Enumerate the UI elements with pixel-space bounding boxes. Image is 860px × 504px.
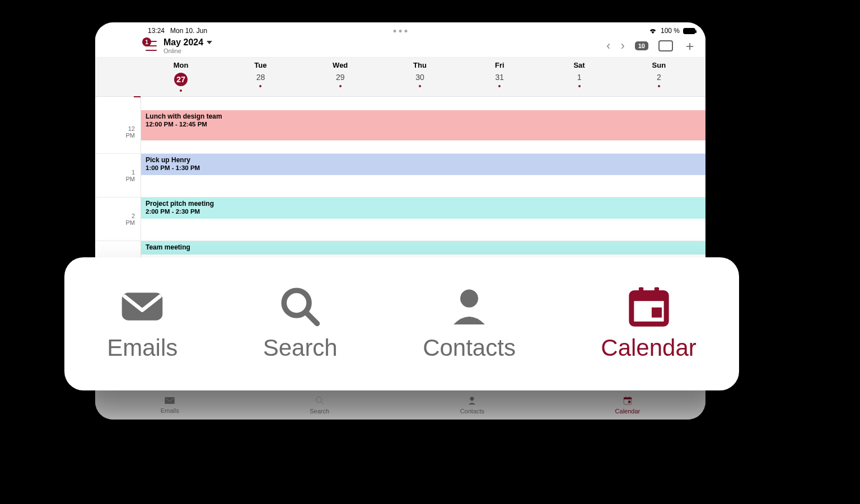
svg-rect-0 [165,397,175,404]
event-title: Lunch with design team [146,112,701,120]
tab-calendar[interactable]: Calendar [615,395,641,414]
calendar-icon [623,395,633,407]
menu-button[interactable]: 1 [146,41,159,51]
hour-gutter: 2PM [95,197,141,241]
multitask-dots-icon[interactable] [394,30,408,32]
big-tab-calendar[interactable]: Calendar [601,286,696,361]
event-time: 2:00 PM - 2:30 PM [146,208,701,215]
events-cell[interactable]: Lunch with design team12:00 PM - 12:45 P… [141,110,705,153]
tab-label: Calendar [615,408,641,414]
day-number: 2 [657,73,661,82]
day-number: 29 [336,73,345,82]
svg-rect-14 [631,293,666,301]
battery-icon [683,28,695,34]
day-number: 27 [174,73,188,86]
contacts-icon [467,395,477,407]
svg-rect-5 [624,397,632,399]
day-name: Mon [174,61,189,69]
search-icon [276,286,324,327]
app-header: 1 May 2024 Online ‹ › 10 ＋ [95,35,705,57]
big-tab-search[interactable]: Search [263,286,338,361]
calendar-event[interactable]: Team meeting [141,241,705,255]
svg-rect-6 [625,396,626,398]
day-number: 30 [415,73,424,82]
day-name: Wed [333,61,348,69]
svg-rect-8 [628,401,630,403]
view-toggle-button[interactable] [658,40,673,51]
calendar-event[interactable]: Lunch with design team12:00 PM - 12:45 P… [141,110,705,140]
search-icon [315,395,325,407]
big-tab-emails[interactable]: Emails [107,286,177,361]
day-column[interactable]: Wed29 [301,58,380,96]
svg-rect-17 [651,308,661,318]
day-column[interactable]: Fri31 [460,58,539,96]
events-cell[interactable]: Project pitch meeting2:00 PM - 2:30 PM [141,197,705,241]
hour-gutter: 1PM [95,154,141,197]
svg-line-11 [306,313,317,323]
event-title: Team meeting [146,243,701,251]
hour-gutter: 12PM [95,110,141,153]
add-event-button[interactable]: ＋ [683,37,697,55]
menu-badge: 1 [142,37,151,46]
tab-label: Contacts [460,408,484,414]
bottom-tab-bar: EmailsSearchContactsCalendar [95,389,705,420]
svg-rect-7 [629,396,629,398]
calendar-icon [625,286,673,327]
emails-icon [164,396,175,406]
event-time: 12:00 PM - 12:45 PM [146,121,701,128]
weekday-header: Mon27Tue28Wed29Thu30Fri31Sat1Sun2 [95,57,705,97]
svg-line-2 [321,402,323,404]
month-picker[interactable]: May 2024 [163,37,212,48]
tab-contacts[interactable]: Contacts [460,395,484,414]
tab-search[interactable]: Search [310,395,329,414]
svg-point-12 [460,290,478,308]
event-dot-icon [259,85,261,87]
svg-point-1 [316,397,321,402]
event-dot-icon [180,90,182,92]
tab-label: Emails [161,407,179,414]
tab-emails[interactable]: Emails [161,396,179,414]
wifi-icon [648,27,657,34]
day-column[interactable]: Mon27 [141,58,221,96]
chevron-down-icon [207,41,212,44]
hour-gutter [95,241,141,258]
prev-button[interactable]: ‹ [606,39,610,53]
day-name: Sat [573,61,585,69]
status-date: Mon 10. Jun [170,27,207,35]
day-column[interactable]: Thu30 [380,58,460,96]
tab-bar-enlarged: EmailsSearchContactsCalendar [64,257,739,390]
big-tab-contacts[interactable]: Contacts [423,286,516,361]
svg-point-3 [470,397,474,401]
timeline[interactable]: 12PMLunch with design team12:00 PM - 12:… [95,97,705,258]
calendar-event[interactable]: Project pitch meeting2:00 PM - 2:30 PM [141,197,705,219]
next-button[interactable]: › [620,39,624,53]
status-bar: 13:24 Mon 10. Jun 100 % [95,22,705,35]
day-column[interactable]: Sun2 [619,58,699,96]
event-dot-icon [578,85,581,87]
event-time: 1:00 PM - 1:30 PM [146,164,701,171]
day-column[interactable]: Tue28 [221,58,300,96]
day-name: Thu [413,61,427,69]
big-tab-label: Contacts [423,335,516,361]
status-time: 13:24 [148,27,165,35]
day-name: Tue [254,61,267,69]
online-status: Online [163,48,212,54]
month-title: May 2024 [163,37,203,48]
battery-percent: 100 % [661,27,680,35]
emails-icon [118,286,166,327]
contacts-icon [445,286,493,327]
day-number: 31 [495,73,504,82]
events-cell[interactable]: Team meeting [141,241,705,258]
event-title: Project pitch meeting [146,200,701,208]
svg-rect-16 [654,288,658,296]
event-dot-icon [498,85,501,87]
events-cell[interactable]: Pick up Henry1:00 PM - 1:30 PM [141,154,705,197]
big-tab-label: Emails [107,335,177,361]
today-badge[interactable]: 10 [635,41,648,50]
tab-label: Search [310,408,329,414]
calendar-event[interactable]: Pick up Henry1:00 PM - 1:30 PM [141,154,705,175]
day-column[interactable]: Sat1 [539,58,619,96]
event-dot-icon [419,85,421,87]
big-tab-label: Calendar [601,335,696,361]
big-tab-label: Search [263,335,338,361]
